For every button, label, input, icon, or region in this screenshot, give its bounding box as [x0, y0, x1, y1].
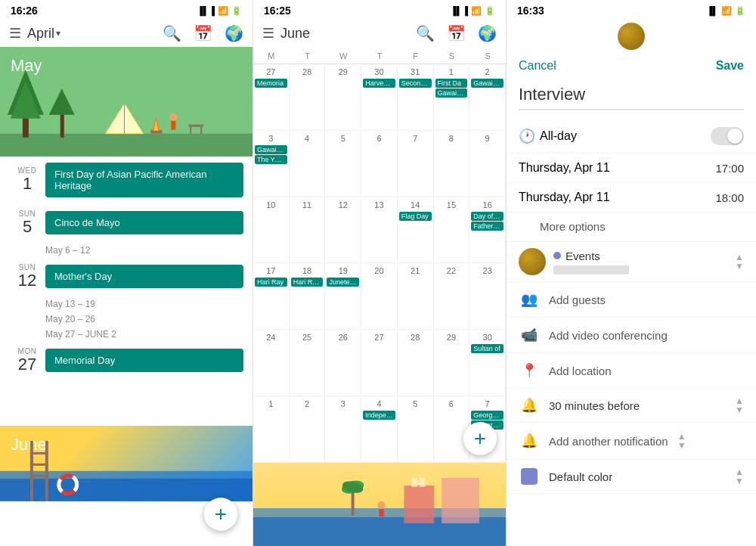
avatar-panel3[interactable] — [618, 23, 645, 50]
event-title-input[interactable]: Interview — [519, 85, 744, 110]
nav-icons-1: 🔍 📅 🌍 — [163, 24, 243, 42]
cell-14-jun[interactable]: 14Flag Day — [398, 197, 434, 264]
cell-28-jun[interactable]: 28 — [398, 330, 434, 396]
add-video-row[interactable]: 📹 Add video conferencing — [507, 318, 756, 353]
cell-28-may[interactable]: 28 — [290, 64, 326, 131]
cell-18-jun[interactable]: 18Hari Raya — [290, 263, 326, 330]
add-notification-row[interactable]: 🔔 Add another notification ▲ ▼ — [507, 423, 756, 460]
event-chip-mothers[interactable]: Mother's Day — [45, 265, 243, 288]
chevron-down-icon: ▼ — [735, 262, 744, 271]
color-icon-container — [519, 468, 540, 485]
wifi-icon-2: 📶 — [471, 6, 482, 16]
search-icon-2[interactable]: 🔍 — [416, 24, 435, 42]
event-chip-memorial[interactable]: Memorial Day — [45, 349, 243, 372]
cell-25-jun[interactable]: 25 — [290, 330, 326, 396]
cell-27-may[interactable]: 27Memoria — [253, 64, 290, 131]
cell-24-jun[interactable]: 24 — [253, 330, 290, 396]
svg-rect-21 — [30, 464, 48, 466]
event-title-section: Interview — [507, 79, 756, 119]
event-chip-heritage[interactable]: First Day of Asian Pacific American Heri… — [45, 163, 243, 197]
schedule-item-sun12: SUN 12 Mother's Day — [0, 257, 253, 296]
cell-3-jul[interactable]: 3 — [325, 396, 361, 463]
cell-10-jun[interactable]: 10 — [253, 197, 290, 264]
cell-31-may[interactable]: 31Second D — [398, 64, 434, 131]
add-location-row[interactable]: 📍 Add location — [507, 353, 756, 389]
cell-9-jun[interactable]: 9 — [469, 131, 506, 197]
avatar-icon-1[interactable]: 🌍 — [225, 24, 243, 42]
end-time-row[interactable]: Thursday, Apr 11 18:00 — [507, 183, 756, 213]
allday-toggle[interactable] — [711, 127, 744, 145]
fab-2[interactable]: + — [463, 422, 497, 455]
cell-16-jun[interactable]: 16Day of ArFather's D — [469, 197, 506, 264]
schedule-date-wed1: WED 1 — [9, 166, 45, 193]
cell-4-jun[interactable]: 4 — [290, 131, 326, 197]
cell-2-jun[interactable]: 2Gawai Da — [469, 64, 506, 131]
add-location-icon: 📍 — [519, 362, 540, 379]
cell-11-jun[interactable]: 11 — [290, 197, 326, 264]
allday-row: 🕐 All-day — [507, 119, 756, 154]
week-range-13-19: May 13 – 19 — [0, 296, 253, 311]
dow-S2: S — [469, 50, 506, 62]
cell-21-jun[interactable]: 21 — [398, 263, 434, 330]
hamburger-icon-2[interactable]: ☰ — [262, 25, 274, 42]
calendar-row[interactable]: Events ▲ ▼ — [507, 242, 756, 282]
cell-15-jun[interactable]: 15 — [434, 197, 470, 264]
cell-30-may[interactable]: 30Harvest F — [361, 64, 398, 131]
cell-22-jun[interactable]: 22 — [434, 263, 470, 330]
cell-1-jun[interactable]: 1First DaGawai Da — [434, 64, 470, 131]
cell-19-jun[interactable]: 19Juneteen — [325, 263, 361, 330]
cell-1-jul[interactable]: 1 — [253, 396, 290, 463]
svg-rect-12 — [171, 121, 175, 130]
cell-5-jul[interactable]: 5 — [398, 396, 434, 463]
add-notif-chevron: ▲ ▼ — [677, 432, 686, 450]
cell-6-jul[interactable]: 6 — [434, 396, 470, 463]
calendar-icon-1[interactable]: 📅 — [194, 24, 212, 42]
dow-T2: T — [361, 50, 398, 62]
cell-6-jun[interactable]: 6 — [361, 131, 398, 197]
cell-20-jun[interactable]: 20 — [361, 263, 398, 330]
svg-rect-13 — [188, 125, 203, 127]
cell-23-jun[interactable]: 23 — [469, 263, 506, 330]
cell-13-jun[interactable]: 13 — [361, 197, 398, 264]
dow-T1: T — [290, 50, 326, 62]
grid-container: 27Memoria 28 29 30Harvest F 31Second D 1… — [253, 64, 506, 546]
cell-29-may[interactable]: 29 — [325, 64, 361, 131]
cell-5-jun[interactable]: 5 — [325, 131, 361, 197]
cell-27-jun[interactable]: 27 — [361, 330, 398, 396]
calendar-icon-2[interactable]: 📅 — [447, 24, 466, 42]
start-time-row[interactable]: Thursday, Apr 11 17:00 — [507, 154, 756, 183]
add-guests-icon: 👥 — [519, 291, 540, 308]
cell-4-jul[interactable]: 4Independ — [361, 396, 398, 463]
event-chip-cinco[interactable]: Cinco de Mayo — [45, 211, 243, 234]
avatar-icon-2[interactable]: 🌍 — [478, 24, 497, 42]
notification-row[interactable]: 🔔 30 minutes before ▲ ▼ — [507, 389, 756, 423]
search-icon-1[interactable]: 🔍 — [163, 24, 181, 42]
add-guests-row[interactable]: 👥 Add guests — [507, 282, 756, 318]
cell-3-jun[interactable]: 3Gawai DaThe Yang — [253, 131, 290, 197]
svg-rect-14 — [190, 127, 191, 135]
allday-label: All-day — [540, 129, 711, 143]
cell-8-jun[interactable]: 8 — [434, 131, 470, 197]
save-button[interactable]: Save — [716, 59, 744, 73]
hamburger-icon[interactable]: ☰ — [9, 25, 21, 42]
svg-rect-32 — [380, 509, 384, 517]
schedule-list: WED 1 First Day of Asian Pacific America… — [0, 157, 253, 426]
month-title-1[interactable]: April ▾ — [27, 26, 156, 42]
dropdown-arrow-1: ▾ — [56, 28, 60, 39]
cell-26-jun[interactable]: 26 — [325, 330, 361, 396]
svg-rect-0 — [0, 134, 253, 157]
cell-17-jun[interactable]: 17Hari Ray — [253, 263, 290, 330]
cell-30-jun[interactable]: 30Sultan of — [469, 330, 506, 396]
cell-2-jul[interactable]: 2 — [290, 396, 326, 463]
status-icons-2: ▐▌▐ 📶 🔋 — [451, 6, 495, 16]
add-video-icon: 📹 — [519, 327, 540, 343]
cell-12-jun[interactable]: 12 — [325, 197, 361, 264]
color-row[interactable]: Default color ▲ ▼ — [507, 460, 756, 494]
cancel-button[interactable]: Cancel — [519, 59, 556, 73]
more-options-row[interactable]: More options — [507, 213, 756, 242]
month-grid: 27Memoria 28 29 30Harvest F 31Second D 1… — [253, 64, 506, 463]
cell-7-jun[interactable]: 7 — [398, 131, 434, 197]
fab-1[interactable]: + — [204, 498, 237, 531]
cell-29-jun[interactable]: 29 — [434, 330, 470, 396]
status-bar-3: 16:33 ▐▌ 📶 🔋 — [507, 0, 756, 20]
